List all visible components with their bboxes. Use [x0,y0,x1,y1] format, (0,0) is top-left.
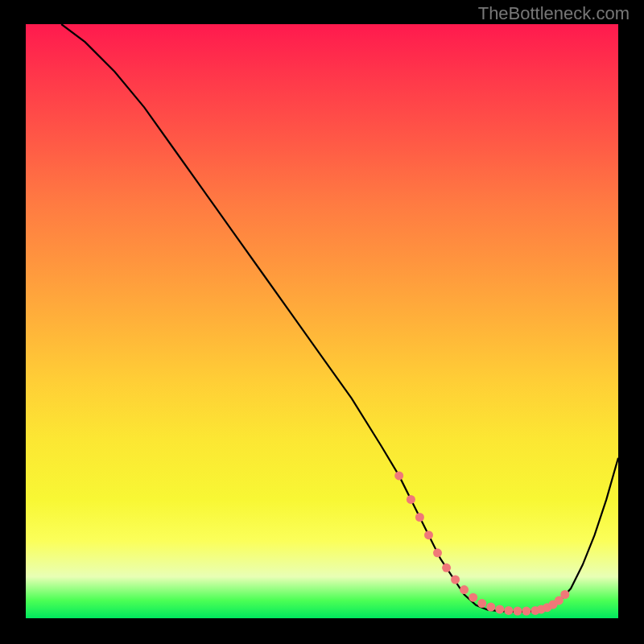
curve-line-group [61,24,618,612]
watermark-text: TheBottleneck.com [478,3,630,24]
marker-dot [424,530,433,539]
marker-dot [469,593,477,602]
marker-dot [513,607,522,616]
marker-dot [394,471,403,480]
marker-dot [477,599,486,608]
marker-dots-group [394,471,569,615]
marker-dot [407,495,415,504]
chart-svg [26,24,618,618]
marker-dot [415,513,424,522]
curve-line [61,24,618,612]
marker-dot [495,605,504,613]
marker-dot [522,607,530,616]
marker-dot [486,603,495,612]
marker-dot [460,585,469,594]
marker-dot [451,576,460,584]
marker-dot [442,564,451,572]
marker-dot [433,548,442,557]
marker-dot [560,590,569,599]
marker-dot [504,606,513,615]
plot-area [26,24,618,618]
